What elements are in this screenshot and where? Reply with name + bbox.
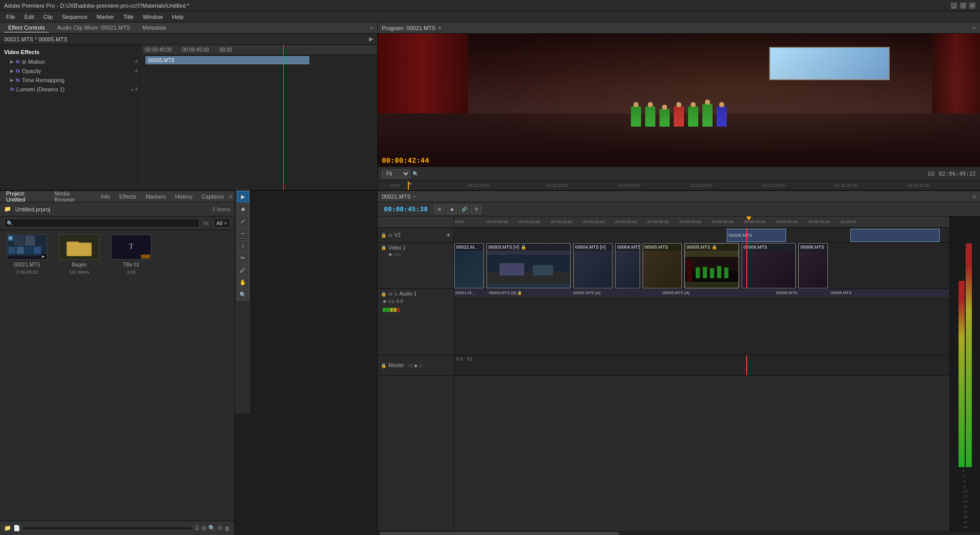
track-master-next[interactable]: ▷ <box>420 363 423 368</box>
project-item-video[interactable]: ▶ 00021.MTS 2:06:49:22 <box>4 234 50 275</box>
tl-btn-nest[interactable]: ⊞ <box>434 205 445 214</box>
clip-v1-4[interactable]: 00004.MTS <box>615 243 640 288</box>
icon-trash[interactable]: 🗑 <box>225 525 230 531</box>
pm-ruler: ▼ 00:00 00:15:00:00 00:30:00:00 00:45:00… <box>378 181 980 190</box>
search-input-container[interactable]: 🔍 <box>4 218 200 228</box>
effect-opacity[interactable]: ▶ fx Opacity ↺ <box>0 66 142 76</box>
track-m-a1[interactable]: M <box>388 291 393 297</box>
track-keyframe-icon-v1[interactable]: ◁ <box>393 252 397 257</box>
tab-effects[interactable]: Effects <box>115 192 140 201</box>
track-lock-a1[interactable]: 🔒 <box>381 291 386 297</box>
new-item-icon[interactable]: 📄 <box>13 525 20 531</box>
right-panel: Program: 00021.MTS ▼ × <box>378 22 980 535</box>
icon-zoom-in[interactable]: 🔍 <box>208 525 215 531</box>
tool-unknown-1[interactable]: ◈ <box>237 203 249 214</box>
panel-close-icon[interactable]: ≡ <box>370 25 373 31</box>
track-lock-master[interactable]: 🔒 <box>381 363 386 368</box>
effect-motion[interactable]: ▶ fx ⊞ Motion ↺ <box>0 57 142 66</box>
menu-window[interactable]: Window <box>139 13 167 21</box>
project-item-label-3: Title 01 <box>123 262 139 268</box>
icon-settings[interactable]: ⚙ <box>217 525 223 531</box>
tab-captions[interactable]: Captions <box>198 192 228 201</box>
tab-project[interactable]: Project: Untitled <box>2 189 50 204</box>
tab-effect-controls[interactable]: Effect Controls <box>4 23 49 33</box>
tool-select[interactable]: ▶ <box>237 191 249 202</box>
effect-opacity-reset[interactable]: ↺ <box>134 68 138 74</box>
v2-clip-1[interactable]: 00005.MTS <box>727 229 786 242</box>
effect-time-remapping[interactable]: ▶ fx Time Remapping <box>0 76 142 85</box>
tool-ripple[interactable]: ⤢ <box>237 215 249 227</box>
v2-clip-2[interactable] <box>850 229 940 242</box>
tab-metadata[interactable]: Metadata <box>138 23 170 33</box>
tab-info[interactable]: Info <box>96 192 114 201</box>
menu-help[interactable]: Help <box>168 13 188 21</box>
icon-list-view[interactable]: ☰ <box>194 525 200 531</box>
clip-v1-5[interactable]: 00005.MTS <box>643 243 682 288</box>
tl-btn-link[interactable]: 🔗 <box>459 205 469 214</box>
track-vol-prev[interactable]: ◁ <box>387 299 391 304</box>
menu-sequence[interactable]: Sequence <box>58 13 92 21</box>
track-sync-icon-v1[interactable]: ◆ <box>388 252 392 257</box>
ec-clip-bar[interactable]: 00005.MTS <box>145 56 309 64</box>
tool-rate-stretch[interactable]: ↕ <box>237 240 249 251</box>
maximize-button[interactable]: □ <box>960 2 967 9</box>
menu-bar: File Edit Clip Sequence Marker Title Win… <box>0 11 980 22</box>
tl-btn-razor[interactable]: ⚙ <box>471 205 481 214</box>
pm-tick-8: 01:45:00:00 <box>908 183 929 188</box>
timeline-hscrollbar[interactable] <box>378 531 980 535</box>
track-eye-v2[interactable]: 👁 <box>446 233 451 238</box>
track-vol-next[interactable]: ▷ <box>392 299 396 304</box>
project-panel-menu[interactable]: ≡ <box>229 193 232 200</box>
timeline-timecode[interactable]: 00:00:45:38 <box>384 205 428 213</box>
lumetri-keyframe-btn[interactable]: ⬥ <box>131 87 133 92</box>
pm-dropdown-icon[interactable]: ▼ <box>437 26 442 31</box>
track-master-prev[interactable]: ◁ <box>408 363 412 368</box>
menu-edit[interactable]: Edit <box>20 13 38 21</box>
in-select[interactable]: All ▼ <box>214 218 230 228</box>
track-lock-v2[interactable]: 🔒 <box>381 233 386 238</box>
project-scrollbar[interactable] <box>22 527 192 530</box>
clip-v1-6[interactable]: 00005.MTS 🔒 <box>684 243 739 288</box>
ec-clip-info: 00021.MTS * 00005.MTS ▶ <box>0 34 377 45</box>
tool-roll[interactable]: ↔ <box>237 228 249 239</box>
timeline-tab-close[interactable]: × <box>413 194 415 199</box>
pm-fit-select[interactable]: Fit 25% 50% 100% <box>382 169 410 178</box>
tool-zoom[interactable]: 🔍 <box>237 289 249 300</box>
tab-audio-clip-mixer[interactable]: Audio Clip Mixer: 00021.MTS <box>53 23 134 33</box>
timeline-scrollbar-thumb[interactable] <box>380 532 619 535</box>
pm-close-icon[interactable]: × <box>973 25 976 31</box>
tab-markers[interactable]: Markers <box>141 192 170 201</box>
timeline-tab[interactable]: 00021.MTS <box>382 193 411 200</box>
menu-title[interactable]: Title <box>119 13 137 21</box>
clip-v1-2[interactable]: 00003.MTS [V] 🔒 <box>486 243 571 288</box>
clip-v1-1[interactable]: 00021.M... <box>454 243 484 288</box>
track-expand-icon-v1[interactable]: ▷ <box>398 252 401 257</box>
project-item-folder[interactable]: Видео 141 Items <box>56 234 102 275</box>
in-dropdown-icon: ▼ <box>224 221 228 226</box>
effect-motion-reset[interactable]: ↺ <box>134 59 138 64</box>
track-s-a1[interactable]: S <box>395 291 398 297</box>
tab-history[interactable]: History <box>171 192 197 201</box>
project-item-title[interactable]: T Title 01 3:00 <box>108 234 154 275</box>
menu-clip[interactable]: Clip <box>39 13 57 21</box>
close-button[interactable]: × <box>969 2 976 9</box>
minimize-button[interactable]: _ <box>950 2 958 9</box>
effect-lumetri[interactable]: fx Lumetri (Dreams 1) ⬥ ↺ <box>0 85 142 94</box>
menu-marker[interactable]: Marker <box>92 13 118 21</box>
tab-media-browser[interactable]: Media Browser <box>51 189 96 204</box>
track-lock-v1[interactable]: 🔒 <box>381 245 386 250</box>
tool-slide[interactable]: ✋ <box>237 277 249 288</box>
tool-razor[interactable]: ✂ <box>237 252 249 263</box>
clip-v1-3[interactable]: 00004.MTS [V] <box>573 243 613 288</box>
clip-v1-7[interactable]: 00006.MTS <box>742 243 796 288</box>
lumetri-reset-btn[interactable]: ↺ <box>134 87 138 92</box>
menu-file[interactable]: File <box>2 13 19 21</box>
tl-btn-markers[interactable]: ◆ <box>447 205 457 214</box>
icon-icon-view[interactable]: ⊞ <box>202 525 206 531</box>
ec-nav-arrow[interactable]: ▶ <box>369 36 373 42</box>
pm-video-container: 00:00:42:44 <box>378 34 980 166</box>
timeline-menu-icon[interactable]: ≡ <box>973 193 976 200</box>
clip-v1-8[interactable]: 00006.MTS <box>798 243 828 288</box>
tool-slip[interactable]: 🖊 <box>237 264 249 276</box>
new-bin-icon[interactable]: 📁 <box>4 525 11 531</box>
